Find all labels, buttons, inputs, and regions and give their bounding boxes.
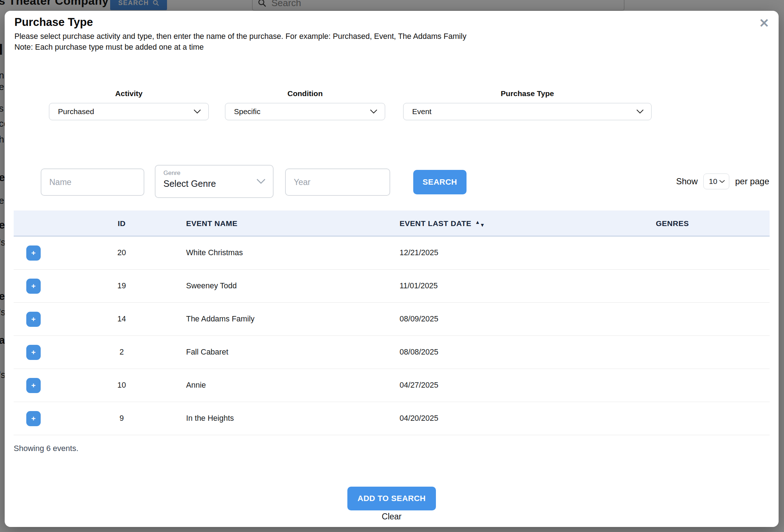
event-id: 19 [71,281,172,290]
search-button[interactable]: SEARCH [413,170,467,194]
event-name: White Christmas [172,248,400,257]
event-name-column-header: EVENT NAME [172,219,400,228]
purchase-type-filter-group: Purchase Type Event [403,89,652,120]
results-summary: Showing 6 events. [14,444,78,453]
add-to-search-button[interactable]: ADD TO SEARCH [347,487,436,510]
activity-selected-value: Purchased [58,107,94,116]
event-last-date: 04/20/2025 [400,414,656,423]
event-id: 9 [71,414,172,423]
genres-column-header: GENRES [656,219,770,228]
sort-icon: ▲ ▼ [475,221,485,226]
genre-selected-value: Select Genre [163,179,216,189]
event-name: Annie [172,381,400,390]
page-size-value: 10 [709,177,717,186]
page-size-control: Show 10 per page [676,173,769,189]
event-name: Sweeney Todd [172,281,400,290]
add-row-button[interactable]: + [26,245,41,261]
condition-selected-value: Specific [234,107,261,116]
event-id: 20 [71,248,172,257]
table-row: + 20 White Christmas 12/21/2025 [14,236,770,270]
activity-label: Activity [49,89,209,98]
event-last-date: 11/01/2025 [400,281,656,290]
activity-select[interactable]: Purchased [49,103,209,120]
purchase-type-select[interactable]: Event [403,103,652,120]
sort-desc-icon: ▼ [480,222,485,227]
sort-asc-icon: ▲ [475,220,480,225]
add-row-button[interactable]: + [26,345,41,360]
event-name: Fall Cabaret [172,348,400,357]
add-row-button[interactable]: + [26,279,41,294]
events-table: ID EVENT NAME EVENT LAST DATE ▲ ▼ GENRES… [14,211,770,435]
event-id: 2 [71,348,172,357]
purchase-type-label: Purchase Type [403,89,652,98]
table-row: + 10 Annie 04/27/2025 [14,369,770,402]
chevron-down-icon [370,109,378,114]
clear-link[interactable]: Clear [382,512,402,522]
id-column-header: ID [71,219,172,228]
condition-filter-group: Condition Specific [225,89,385,120]
event-last-date-label: EVENT LAST DATE [400,219,472,228]
condition-select[interactable]: Specific [225,103,385,120]
purchase-type-selected-value: Event [412,107,432,116]
event-last-date: 04/27/2025 [400,381,656,390]
table-row: + 19 Sweeney Todd 11/01/2025 [14,270,770,303]
add-row-button[interactable]: + [26,312,41,327]
event-name: In the Heights [172,414,400,423]
table-row: + 9 In the Heights 04/20/2025 [14,402,770,435]
show-label: Show [676,176,698,186]
event-id: 10 [71,381,172,390]
event-last-date: 08/08/2025 [400,348,656,357]
page-size-select[interactable]: 10 [703,173,729,189]
page-title: Purchase Type [14,16,93,29]
add-row-button[interactable]: + [26,411,41,426]
event-last-date-column-header[interactable]: EVENT LAST DATE ▲ ▼ [400,219,656,228]
chevron-down-icon [719,180,725,184]
chevron-down-icon [636,109,644,114]
genre-select-label: Genre [163,170,180,177]
condition-label: Condition [225,89,385,98]
event-name: The Addams Family [172,315,400,324]
chevron-down-icon [193,109,201,114]
event-last-date: 12/21/2025 [400,248,656,257]
table-header-row: ID EVENT NAME EVENT LAST DATE ▲ ▼ GENRES [14,211,770,236]
add-row-button[interactable]: + [26,378,41,393]
event-id: 14 [71,315,172,324]
name-input[interactable] [41,168,144,196]
per-page-label: per page [735,176,769,186]
genre-select[interactable]: Genre Select Genre [155,165,274,198]
event-last-date: 08/09/2025 [400,315,656,324]
chevron-down-icon [256,179,266,184]
activity-filter-group: Activity Purchased [49,89,209,120]
modal-description: Please select purchase activity and type… [14,31,467,53]
purchase-type-modal: ✕ Purchase Type Please select purchase a… [5,11,779,527]
close-icon[interactable]: ✕ [759,16,770,30]
year-input[interactable] [285,168,390,196]
table-row: + 2 Fall Cabaret 08/08/2025 [14,336,770,369]
description-line-1: Please select purchase activity and type… [14,31,467,42]
description-line-2: Note: Each purchase type must be added o… [14,42,467,53]
table-row: + 14 The Addams Family 08/09/2025 [14,303,770,336]
